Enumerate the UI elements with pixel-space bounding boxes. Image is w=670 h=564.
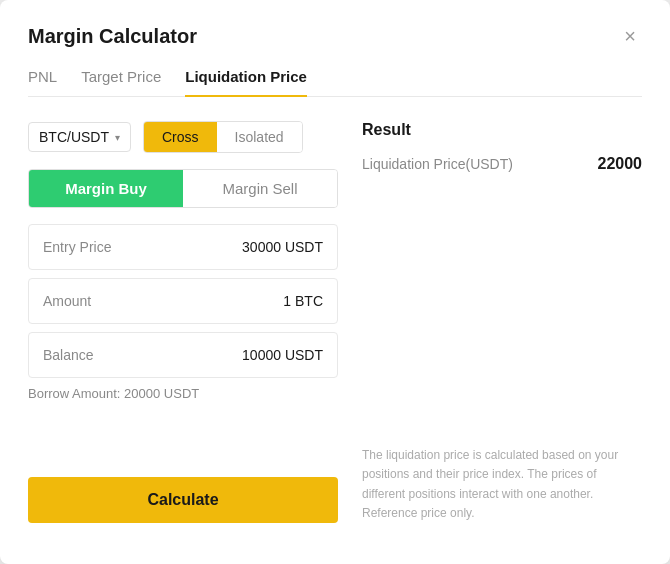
margin-buy-button[interactable]: Margin Buy (29, 170, 183, 207)
main-content: BTC/USDT ▾ Cross Isolated Margin Buy Mar… (28, 121, 642, 523)
tab-bar: PNL Target Price Liquidation Price (28, 68, 642, 97)
amount-value: 1 BTC (283, 293, 323, 309)
close-button[interactable]: × (618, 24, 642, 48)
result-label: Liquidation Price(USDT) (362, 156, 513, 172)
buy-sell-toggle: Margin Buy Margin Sell (28, 169, 338, 208)
isolated-button[interactable]: Isolated (217, 122, 302, 152)
result-note: The liquidation price is calculated base… (362, 246, 642, 523)
balance-field[interactable]: Balance 10000 USDT (28, 332, 338, 378)
chevron-down-icon: ▾ (115, 132, 120, 143)
result-title: Result (362, 121, 642, 139)
entry-price-value: 30000 USDT (242, 239, 323, 255)
currency-value: BTC/USDT (39, 129, 109, 145)
result-row: Liquidation Price(USDT) 22000 (362, 155, 642, 173)
amount-label: Amount (43, 293, 91, 309)
calculate-button[interactable]: Calculate (28, 477, 338, 523)
modal-title: Margin Calculator (28, 25, 197, 48)
tab-target-price[interactable]: Target Price (81, 68, 161, 97)
right-panel: Result Liquidation Price(USDT) 22000 The… (362, 121, 642, 523)
result-value: 22000 (598, 155, 643, 173)
cross-button[interactable]: Cross (144, 122, 217, 152)
margin-sell-button[interactable]: Margin Sell (183, 170, 337, 207)
borrow-info: Borrow Amount: 20000 USDT (28, 386, 338, 401)
controls-row: BTC/USDT ▾ Cross Isolated (28, 121, 338, 153)
entry-price-field[interactable]: Entry Price 30000 USDT (28, 224, 338, 270)
balance-label: Balance (43, 347, 94, 363)
entry-price-label: Entry Price (43, 239, 111, 255)
left-panel: BTC/USDT ▾ Cross Isolated Margin Buy Mar… (28, 121, 338, 523)
tab-pnl[interactable]: PNL (28, 68, 57, 97)
tab-liquidation-price[interactable]: Liquidation Price (185, 68, 307, 97)
balance-value: 10000 USDT (242, 347, 323, 363)
currency-select[interactable]: BTC/USDT ▾ (28, 122, 131, 152)
modal-container: Margin Calculator × PNL Target Price Liq… (0, 0, 670, 564)
cross-isolated-toggle: Cross Isolated (143, 121, 303, 153)
amount-field[interactable]: Amount 1 BTC (28, 278, 338, 324)
modal-header: Margin Calculator × (28, 24, 642, 48)
